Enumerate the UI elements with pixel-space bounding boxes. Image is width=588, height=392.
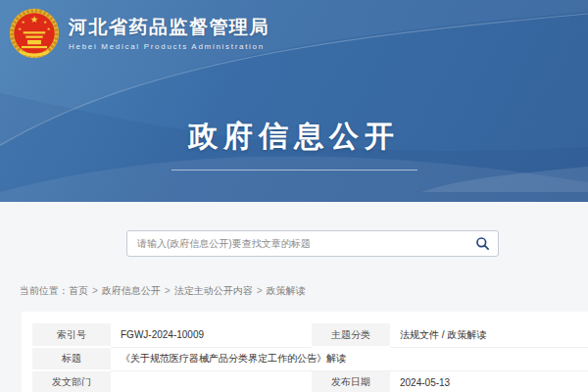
china-national-emblem-icon: ★ ★ ★ ★ ★ [9, 8, 60, 59]
svg-text:★: ★ [43, 20, 47, 24]
breadcrumb-item-home[interactable]: 首页 [69, 285, 88, 296]
table-row: 索引号 FGWJ-2024-10009 主题分类 法规文件 / 政策解读 [32, 323, 588, 347]
table-row: 标题 《关于规范医疗器械产品分类界定工作的公告》解读 [32, 347, 588, 370]
banner-underline [172, 170, 417, 171]
publish-date-value: 2024-05-13 [390, 370, 588, 392]
breadcrumb-separator: > [257, 285, 263, 296]
breadcrumb-separator: > [165, 285, 171, 296]
table-row: 发文部门 发布日期 2024-05-13 [32, 370, 588, 392]
breadcrumb-separator: > [92, 285, 98, 296]
topic-category-label: 主题分类 [312, 323, 390, 347]
svg-text:★: ★ [18, 26, 22, 31]
index-number-value: FGWJ-2024-10009 [111, 323, 312, 347]
index-number-label: 索引号 [32, 323, 111, 347]
publish-date-label: 发布日期 [312, 370, 390, 392]
search-button[interactable] [469, 231, 495, 256]
breadcrumb-item-gov-info[interactable]: 政府信息公开 [102, 285, 161, 296]
topic-category-value: 法规文件 / 政策解读 [390, 323, 588, 347]
breadcrumb-prefix: 当前位置： [20, 285, 69, 296]
page: { "theme": { "header_blue": "#3a6da7", "… [0, 0, 588, 392]
breadcrumb: 当前位置：首页>政府信息公开>法定主动公开内容>政策解读 [20, 284, 588, 298]
breadcrumb-item-policy[interactable]: 政策解读 [267, 285, 306, 296]
document-meta-table: 索引号 FGWJ-2024-10009 主题分类 法规文件 / 政策解读 标题 … [32, 323, 588, 392]
search-icon [475, 236, 490, 251]
search-box [126, 230, 499, 257]
blue-header-banner: ★ ★ ★ ★ ★ 河北省药品监督管理局 Hebei Medical Produ… [0, 0, 588, 202]
document-meta-panel: 索引号 FGWJ-2024-10009 主题分类 法规文件 / 政策解读 标题 … [22, 312, 588, 392]
svg-text:★: ★ [47, 26, 51, 31]
title-label: 标题 [32, 347, 111, 370]
agency-logo-block[interactable]: ★ ★ ★ ★ ★ 河北省药品监督管理局 Hebei Medical Produ… [9, 8, 270, 59]
banner-title-block: 政府信息公开 [0, 117, 588, 171]
breadcrumb-item-disclosure[interactable]: 法定主动公开内容 [174, 285, 253, 296]
agency-name-en: Hebei Medical Products Administration [69, 42, 270, 51]
issuing-dept-label: 发文部门 [32, 370, 111, 392]
svg-text:★: ★ [30, 14, 39, 24]
svg-text:★: ★ [22, 20, 25, 24]
agency-name-block: 河北省药品监督管理局 Hebei Medical Products Admini… [69, 17, 270, 51]
search-input[interactable] [127, 238, 469, 249]
search-section [0, 202, 588, 257]
issuing-dept-value [111, 370, 312, 392]
agency-name-cn: 河北省药品监督管理局 [69, 17, 270, 38]
banner-title: 政府信息公开 [0, 117, 588, 157]
title-value: 《关于规范医疗器械产品分类界定工作的公告》解读 [111, 347, 588, 370]
